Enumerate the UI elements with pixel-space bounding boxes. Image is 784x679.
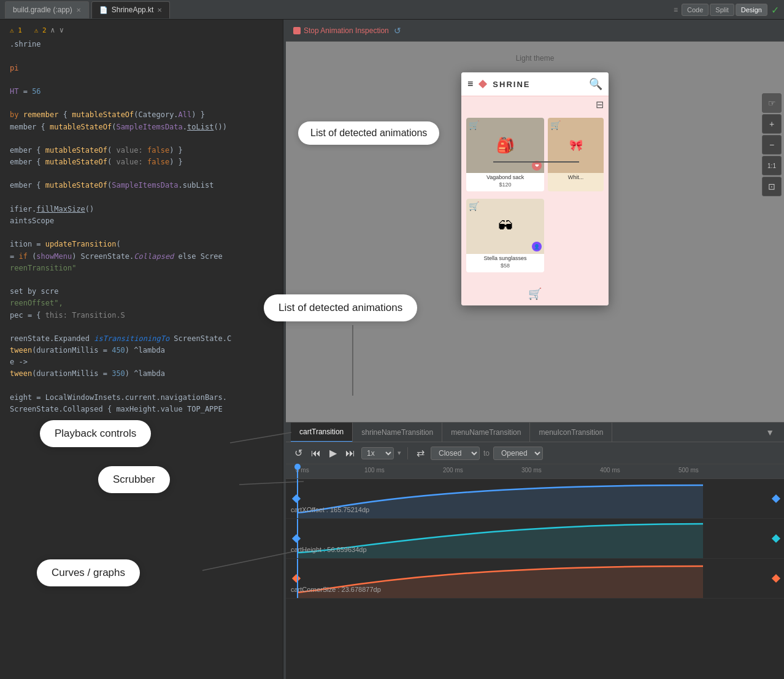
stop-icon bbox=[293, 27, 301, 34]
phone-frame: ≡ SHRINE 🔍 ⊟ bbox=[461, 72, 609, 305]
tick-100: 100 ms bbox=[364, 467, 385, 474]
hand-tool-button[interactable]: ☞ bbox=[762, 93, 782, 113]
callout-list: List of detected animations bbox=[298, 121, 439, 145]
code-line-spec: pec = { this: Transition.S bbox=[0, 310, 283, 321]
code-line-remember1: by remember { mutableStateOf(Category.Al… bbox=[0, 109, 283, 121]
gradle-tab-close[interactable]: ✕ bbox=[76, 7, 81, 13]
theme-label: Light theme bbox=[516, 54, 555, 63]
animation-panel: cartTransition shrineNameTransition menu… bbox=[286, 422, 784, 599]
product-col-2 bbox=[548, 199, 604, 277]
code-line-scope: aintsScope bbox=[0, 215, 283, 227]
anim-tab-menu-icon[interactable]: menuIconTransition bbox=[530, 423, 612, 442]
stop-label: Stop Animation Inspection bbox=[304, 26, 389, 35]
filter-icon: ⊟ bbox=[596, 99, 604, 110]
code-editor[interactable]: ⚠ 1 ⚠ 2 ∧ ∨ .shrine pi HT = 56 by rememb… bbox=[0, 20, 283, 679]
product-image-bag: 🎒 🛒 ❤ bbox=[466, 118, 544, 173]
to-label: to bbox=[483, 449, 490, 458]
track-label-2: cartHeight : 56.659634dp bbox=[291, 546, 367, 553]
track-cartcornersize: cartCornerSize : 23.678877dp bbox=[286, 559, 784, 599]
code-line-fill: ifier.fillMaxSize() bbox=[0, 204, 283, 215]
code-line-blank3 bbox=[0, 98, 283, 109]
split-view-button[interactable]: Split bbox=[710, 4, 734, 16]
tick-200: 200 ms bbox=[443, 467, 463, 474]
tick-300: 300 ms bbox=[521, 467, 542, 474]
callout-list-text: List of detected animations bbox=[310, 128, 427, 138]
refresh-icon[interactable]: ↺ bbox=[394, 26, 401, 36]
code-line-remember2: member { mutableStateOf(SampleItemsData.… bbox=[0, 121, 283, 133]
cart-icon-bag: 🛒 bbox=[469, 120, 479, 130]
preview-area: Light theme ≡ SHRINE 🔍 bbox=[286, 42, 784, 422]
code-line-navinsets: eight = LocalWindowInsets.current.naviga… bbox=[0, 392, 283, 404]
accessory-emoji: 🎀 bbox=[569, 139, 583, 152]
product-grid: 🎒 🛒 ❤ Vagabond sack $120 🎀 🛒 bbox=[461, 113, 609, 282]
bag-price: $120 bbox=[466, 182, 544, 188]
float-tools: ☞ + − 1:1 ⊡ bbox=[759, 91, 784, 199]
code-line-tween2: tween(durationMillis = 350) ^lambda bbox=[0, 368, 283, 380]
zoom-out-button[interactable]: − bbox=[762, 135, 782, 155]
reset-zoom-button[interactable]: 1:1 bbox=[762, 156, 782, 175]
play-button[interactable]: ▶ bbox=[327, 446, 339, 460]
skip-fwd-button[interactable]: ⏭ bbox=[343, 447, 358, 460]
code-line-if: = if (showMenu) ScreenState.Collapsed el… bbox=[0, 251, 283, 263]
fit-view-button[interactable]: ⊡ bbox=[762, 177, 782, 196]
code-line-blank1 bbox=[0, 50, 283, 62]
track-cartxoffset: cartXOffset : 165.75214dp bbox=[286, 479, 784, 519]
product-row-1: 🎒 🛒 ❤ Vagabond sack $120 🎀 🛒 bbox=[466, 118, 604, 196]
animation-tabs: cartTransition shrineNameTransition menu… bbox=[286, 423, 784, 442]
code-line-transition: ition = updateTransition( bbox=[0, 239, 283, 250]
scrubber-head[interactable] bbox=[294, 464, 301, 470]
product-image-accessory: 🎀 🛒 bbox=[548, 118, 604, 173]
skip-back-button[interactable]: ⏮ bbox=[309, 447, 323, 460]
stop-inspection-button[interactable]: Stop Animation Inspection bbox=[293, 26, 389, 35]
track-label-3: cartCornerSize : 23.678877dp bbox=[291, 586, 381, 593]
shrine-tab-icon: 📄 bbox=[99, 6, 108, 14]
from-state-select[interactable]: Closed bbox=[431, 447, 480, 460]
tab-shrine[interactable]: 📄 ShrineApp.kt ✕ bbox=[91, 1, 171, 18]
shrine-logo: ≡ SHRINE bbox=[467, 79, 530, 90]
code-line-blank10 bbox=[0, 380, 283, 392]
speed-select[interactable]: 1x 0.5x 2x bbox=[361, 447, 394, 459]
shrine-tab-close[interactable]: ✕ bbox=[157, 7, 162, 13]
scrubber-line-ruler bbox=[297, 464, 298, 478]
anim-tab-cart[interactable]: cartTransition bbox=[291, 423, 353, 442]
tab-gradle[interactable]: build.gradle (:app) ✕ bbox=[5, 1, 89, 18]
rewind-button[interactable]: ↺ bbox=[292, 446, 305, 460]
glasses-name: Stella sunglasses bbox=[466, 254, 544, 263]
app-name: SHRINE bbox=[493, 80, 530, 89]
warning-icon: ⚠ bbox=[10, 26, 14, 34]
code-line-screenstate: ScreenState.Collapsed { maxHeight.value … bbox=[0, 404, 283, 415]
zoom-in-button[interactable]: + bbox=[762, 114, 782, 134]
to-state-select[interactable]: Opened bbox=[493, 447, 543, 460]
scrubber-track2 bbox=[297, 519, 298, 558]
scrubber-track3 bbox=[297, 559, 298, 598]
product-image-glasses: 🕶 🛒 👤 bbox=[466, 199, 544, 254]
breadcrumb: ⚠ 1 ⚠ 2 ∧ ∨ bbox=[0, 25, 283, 36]
code-line-blank4 bbox=[0, 133, 283, 145]
swap-states-button[interactable]: ⇄ bbox=[414, 446, 427, 460]
cart-icon-glasses: 🛒 bbox=[469, 201, 479, 211]
controls-divider bbox=[407, 447, 408, 459]
cart-bottom-bar: 🛒 bbox=[461, 282, 609, 305]
product-card-accessory: 🎀 🛒 Whit... bbox=[548, 118, 604, 191]
tick-400: 400 ms bbox=[600, 467, 620, 474]
menu-icon: ≡ bbox=[467, 79, 473, 90]
code-line-blank9 bbox=[0, 321, 283, 333]
speed-chevron-icon: ▾ bbox=[398, 449, 401, 457]
track-cartheight: cartHeight : 56.659634dp bbox=[286, 519, 784, 559]
code-line-scre: set by scre bbox=[0, 286, 283, 297]
bag-name: Vagabond sack bbox=[466, 173, 544, 182]
diamond-logo bbox=[478, 79, 488, 89]
anim-tab-shrine[interactable]: shrineNameTransition bbox=[353, 423, 442, 442]
code-view-button[interactable]: Code bbox=[682, 4, 709, 16]
view-mode-group: ≡ Code Split Design ✓ bbox=[674, 4, 779, 16]
tick-500: 500 ms bbox=[678, 467, 699, 474]
glasses-price: $58 bbox=[466, 263, 544, 269]
anim-tab-menu-name[interactable]: menuNameTransition bbox=[442, 423, 530, 442]
code-line-shrine: .shrine bbox=[0, 39, 283, 50]
anim-tab-cart-label: cartTransition bbox=[299, 428, 344, 436]
filter-bar: ⊟ bbox=[461, 96, 609, 113]
design-view-button[interactable]: Design bbox=[736, 4, 767, 16]
checkmark-icon: ✓ bbox=[771, 4, 779, 16]
more-tabs-button[interactable]: ▼ bbox=[761, 428, 779, 437]
search-icon: 🔍 bbox=[589, 77, 602, 91]
